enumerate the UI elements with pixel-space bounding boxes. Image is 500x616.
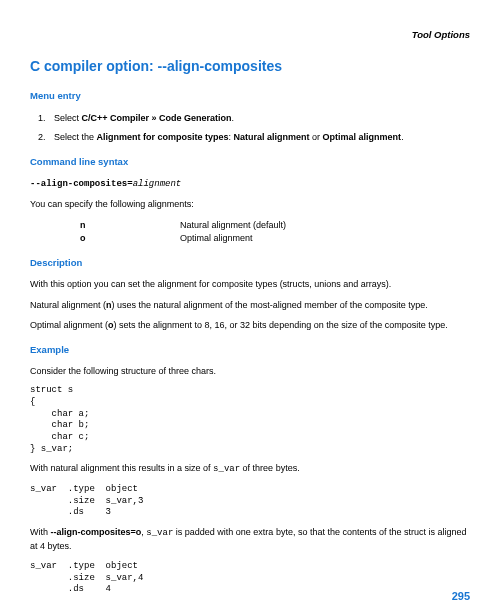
example-optimal: With --align-composites=o, s_var is padd… [30, 526, 470, 554]
cmdline-intro: You can specify the following alignments… [30, 198, 470, 212]
page-title: C compiler option: --align-composites [30, 56, 470, 77]
menu-steps-list: Select C/C++ Compiler » Code Generation.… [48, 112, 470, 145]
desc-p1: With this option you can set the alignme… [30, 278, 470, 292]
section-menu-entry: Menu entry [30, 89, 470, 103]
code-natural-output: s_var .type object .size s_var,3 .ds 3 [30, 484, 470, 519]
page-header: Tool Options [30, 28, 470, 42]
page-number: 295 [452, 588, 470, 605]
section-description: Description [30, 256, 470, 270]
example-intro: Consider the following structure of thre… [30, 365, 470, 379]
menu-step-1: Select C/C++ Compiler » Code Generation. [48, 112, 470, 126]
desc-p3: Optimal alignment (o) sets the alignment… [30, 319, 470, 333]
example-natural: With natural alignment this results in a… [30, 462, 470, 477]
code-optimal-output: s_var .type object .size s_var,4 .ds 4 [30, 561, 470, 596]
alignment-table: n Natural alignment (default) o Optimal … [80, 219, 470, 246]
desc-p2: Natural alignment (n) uses the natural a… [30, 299, 470, 313]
alignment-row: o Optimal alignment [80, 232, 470, 246]
alignment-row: n Natural alignment (default) [80, 219, 470, 233]
code-struct: struct s { char a; char b; char c; } s_v… [30, 385, 470, 455]
section-example: Example [30, 343, 470, 357]
cmdline-option: --align-composites=alignment [30, 177, 470, 192]
menu-step-2: Select the Alignment for composite types… [48, 131, 470, 145]
section-cmdline-syntax: Command line syntax [30, 155, 470, 169]
